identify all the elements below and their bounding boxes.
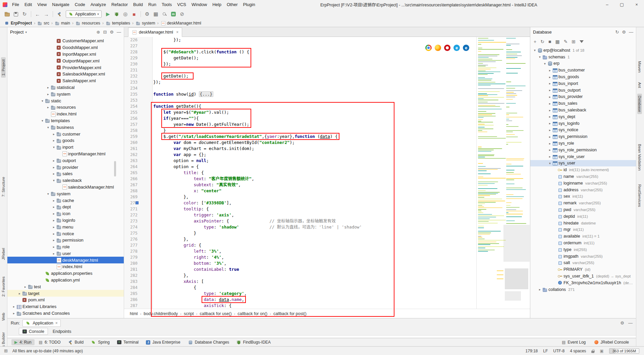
tree-item-dept[interactable]: ▸dept xyxy=(7,204,124,210)
tree-item-business[interactable]: ▾business xyxy=(7,124,124,131)
menu-code[interactable]: Code xyxy=(72,2,88,7)
chevron-right-icon[interactable]: ▸ xyxy=(11,311,16,315)
tree-item-sys-loginfo[interactable]: ▸sys_loginfo xyxy=(530,120,636,127)
toolwindow-jrebel-console[interactable]: JRebel Console xyxy=(591,339,632,345)
coverage-icon[interactable]: ◎ xyxy=(121,10,130,18)
gear-icon[interactable]: ⚙ xyxy=(110,30,114,35)
chevron-right-icon[interactable]: ▸ xyxy=(11,305,16,308)
chevron-down-icon[interactable]: ▾ xyxy=(537,55,542,59)
chevron-right-icon[interactable]: ▸ xyxy=(51,252,56,255)
tree-item-erp[interactable]: ▾erp xyxy=(530,60,636,67)
tree-item-system[interactable]: ▸system xyxy=(7,91,124,97)
tree-item-bus-salesback[interactable]: ▸bus_salesback xyxy=(530,107,636,113)
chrome-browser-icon[interactable] xyxy=(425,45,432,51)
chevron-right-icon[interactable]: ▸ xyxy=(547,142,552,145)
tree-item-deskmanager-html[interactable]: deskManager.html xyxy=(7,257,124,263)
menu-tools[interactable]: Tools xyxy=(159,2,174,7)
editor-tab-deskmanager[interactable]: deskManager.html × xyxy=(128,28,182,37)
breadcrumb-item-templates[interactable]: templates xyxy=(105,21,131,26)
caret-position[interactable]: 179:18 xyxy=(526,349,538,353)
toolwindow-button-maven[interactable]: Maven xyxy=(637,59,642,75)
chevron-right-icon[interactable]: ▸ xyxy=(547,75,552,79)
chevron-right-icon[interactable]: ▸ xyxy=(51,212,56,215)
tree-item-target[interactable]: ▸target xyxy=(7,290,124,297)
tab-endpoints[interactable]: Endpoints xyxy=(49,328,75,335)
chevron-right-icon[interactable]: ▸ xyxy=(51,159,56,162)
tree-item-bus-outport[interactable]: ▸bus_outport xyxy=(530,87,636,94)
tree-item-salt[interactable]: saltvarchar(255) xyxy=(530,260,636,266)
run-configuration-select[interactable]: Application▾ xyxy=(66,10,102,18)
stop-icon[interactable]: ■ xyxy=(548,39,551,44)
tree-item-outport[interactable]: ▸outport xyxy=(7,157,124,164)
tree-item-cache[interactable]: ▸cache xyxy=(7,197,124,204)
minimize-button[interactable]: – xyxy=(600,0,614,9)
run-icon[interactable]: ▶ xyxy=(104,10,112,18)
toolwindow-button-restservices[interactable]: RestServices xyxy=(637,182,642,209)
tree-item-loginname[interactable]: loginnamevarchar(255) xyxy=(530,180,636,187)
tree-item-sys-role-permission[interactable]: ▸sys_role_permission xyxy=(530,147,636,153)
memory-indicator[interactable]: 363 of 1965M xyxy=(609,348,639,354)
tree-item-salesbackmapper-xml[interactable]: SalesbackMapper.xml xyxy=(7,71,124,78)
toolwindow-4-run[interactable]: ▶4: Run xyxy=(11,339,35,345)
tree-item-mgr[interactable]: mgrint(11) xyxy=(530,226,636,233)
toolwindow-switcher-icon[interactable]: ⊞ xyxy=(1,348,10,353)
breadcrumb-item-resources[interactable]: resources xyxy=(74,21,101,26)
filter-icon[interactable] xyxy=(580,40,584,43)
chevron-right-icon[interactable]: ▸ xyxy=(547,135,552,139)
chevron-down-icon[interactable]: ▾ xyxy=(547,161,552,165)
forward-icon[interactable]: → xyxy=(42,10,51,18)
close-button[interactable]: × xyxy=(629,0,644,9)
chevron-down-icon[interactable]: ▾ xyxy=(46,192,51,196)
data-view-icon[interactable]: ▦ xyxy=(555,39,559,44)
chevron-right-icon[interactable]: ▸ xyxy=(547,121,552,125)
tree-item-sys-notice[interactable]: ▸sys_notice xyxy=(530,127,636,134)
menu-edit[interactable]: Edit xyxy=(22,2,35,7)
project-panel-title[interactable]: Project xyxy=(10,30,23,35)
indent-setting[interactable]: 4 spaces xyxy=(570,349,586,353)
build-hammer-icon[interactable] xyxy=(55,10,64,18)
chevron-down-icon[interactable]: ▾ xyxy=(46,125,51,129)
menu-navigate[interactable]: Navigate xyxy=(49,2,72,7)
tree-item-goods[interactable]: ▸goods xyxy=(7,137,124,144)
menu-window[interactable]: Window xyxy=(189,2,210,7)
gear-icon[interactable]: — xyxy=(629,30,633,35)
chevron-right-icon[interactable]: ▸ xyxy=(51,132,56,136)
tree-item-role[interactable]: ▸role xyxy=(7,244,124,250)
code-editor[interactable]: 226 });227228 $("#doSearch").click(funct… xyxy=(124,37,476,309)
toolwindow-terminal[interactable]: >Terminal xyxy=(114,339,142,345)
project-structure-icon[interactable]: ▦ xyxy=(152,10,160,18)
breadcrumb-item-main[interactable]: main xyxy=(54,21,71,26)
tree-item-customermapper-xml[interactable]: CustomerMapper.xml xyxy=(7,38,124,44)
chevron-right-icon[interactable]: ▸ xyxy=(23,285,28,289)
tree-item-primary[interactable]: PRIMARY(id) xyxy=(530,266,636,273)
chevron-right-icon[interactable]: ▸ xyxy=(51,139,56,142)
tree-item-index-html[interactable]: index.html xyxy=(7,111,124,117)
tree-item-name[interactable]: namevarchar(255) xyxy=(530,173,636,180)
save-all-icon[interactable] xyxy=(11,10,20,18)
chevron-right-icon[interactable]: ▸ xyxy=(51,245,56,249)
menu-run[interactable]: Run xyxy=(146,2,159,7)
tree-item-erp-localhost[interactable]: ▾erp@localhost1 of 18 xyxy=(530,47,636,54)
tree-item-menu[interactable]: ▸menu xyxy=(7,223,124,230)
tree-item-external-libraries[interactable]: ▸External Libraries xyxy=(7,303,124,310)
back-icon[interactable]: ← xyxy=(33,10,42,18)
hide-icon[interactable]: — xyxy=(117,30,121,35)
breadcrumb-item-erpproject[interactable]: ErpProject xyxy=(3,21,33,26)
menu-help[interactable]: Help xyxy=(210,2,224,7)
maximize-button[interactable]: ▢ xyxy=(614,0,629,9)
menu-other[interactable]: Other xyxy=(224,2,240,7)
chevron-right-icon[interactable]: ▸ xyxy=(547,115,552,118)
tree-item-sys-user[interactable]: ▾sys_user xyxy=(530,160,636,167)
breadcrumb-item-system[interactable]: system xyxy=(135,21,156,26)
tree-item-statistical[interactable]: ▸statistical xyxy=(7,84,124,91)
toolwindow-spring[interactable]: Spring xyxy=(88,339,113,345)
toolwindow-database-changes[interactable]: Database Changes xyxy=(185,339,232,345)
chevron-down-icon[interactable]: ▾ xyxy=(40,119,45,122)
editor-breadcrumb-callback-for-post[interactable]: callback for post() xyxy=(272,311,308,316)
tree-item-sales[interactable]: ▸sales xyxy=(7,170,124,177)
close-icon[interactable]: × xyxy=(55,321,58,325)
locate-icon[interactable]: ↻ xyxy=(615,30,619,35)
toolwindow-button-web[interactable]: Web xyxy=(1,311,6,322)
collapse-all-icon[interactable]: ⊟ xyxy=(103,30,107,35)
open-icon[interactable] xyxy=(3,10,11,18)
